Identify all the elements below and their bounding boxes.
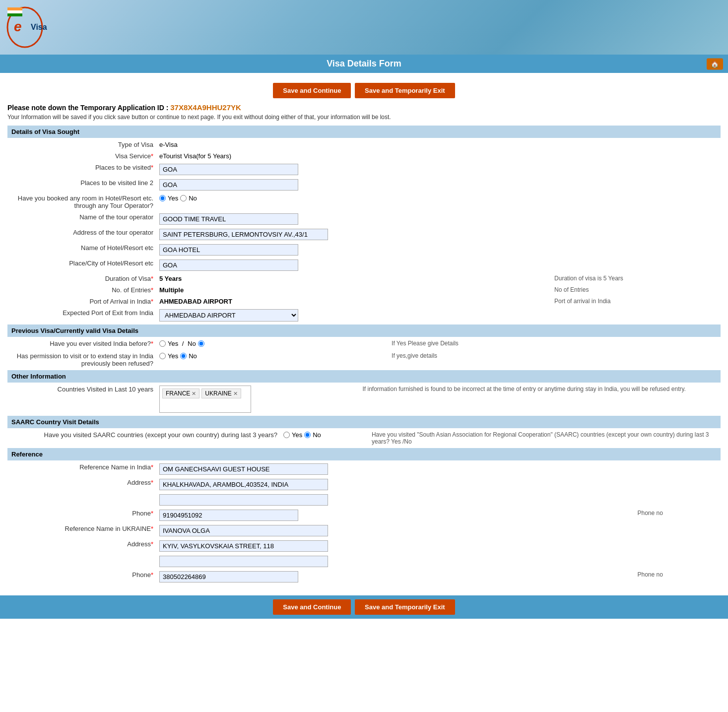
top-button-row: Save and Continue Save and Temporarily E… [7,83,721,98]
ukraine-remove-icon[interactable]: ✕ [233,390,238,397]
permission-yes-label: Yes [168,352,178,360]
table-row: No. of Entries* Multiple No of Entries [7,284,721,296]
ref-address4-input[interactable] [159,556,328,567]
hotel-city-input[interactable] [159,259,298,271]
reference-table: Reference Name in India* Address* Phone* [7,461,721,584]
table-row: Expected Port of Exit from India AHMEDAB… [7,307,721,324]
page-title: Visa Details Form [327,59,401,68]
bottom-button-bar: Save and Continue Save and Temporarily E… [0,595,728,619]
port-arrival-info: Port of arrival in India [551,296,721,307]
table-row: Has permission to visit or to extend sta… [7,350,721,369]
table-row: Address of the tour operator [7,227,721,242]
saarc-info: Have you visited "South Asian Associatio… [369,429,721,447]
phone-info: Phone no [634,508,721,523]
tour-operator-name-input[interactable] [159,213,298,225]
header-banner: e Visa [0,0,728,55]
saarc-question-label: Have you visited SAARC countries (except… [7,429,280,447]
table-row: Type of Visa e-Visa [7,139,721,150]
visited-india-yes-label: Yes [168,340,178,347]
visited-india-yes-radio[interactable] [159,340,166,347]
table-row: Phone* Phone no [7,508,721,523]
table-row: Have you visited SAARC countries (except… [7,429,721,447]
home-button[interactable]: 🏠 [707,58,723,69]
section-visa-sought-header: Details of Visa Sought [7,126,721,138]
hotel-booked-yes-radio[interactable] [159,195,166,201]
permission-refused-label: Has permission to visit or to extend sta… [7,350,156,369]
saarc-no-radio[interactable] [304,432,311,438]
port-arrival-value: AHMEDABAD AIRPORT [156,296,551,307]
hotel-booked-yes-label: Yes [168,194,178,202]
tour-operator-name-label: Name of the tour operator [7,211,156,227]
bottom-save-continue-button[interactable]: Save and Continue [273,599,351,615]
countries-box[interactable]: FRANCE ✕ UKRAINE ✕ [159,386,251,413]
ref-phone-input[interactable] [159,510,298,521]
places-visited-line2-input[interactable] [159,179,298,191]
top-save-continue-button[interactable]: Save and Continue [273,83,351,98]
table-row: Phone* Phone no [7,569,721,584]
visa-sought-table: Type of Visa e-Visa Visa Service* eTouri… [7,139,721,324]
info-text: Your Information will be saved if you cl… [7,114,721,121]
table-row: Have you ever visited India before?* Yes… [7,338,721,350]
app-id-line: Please note down the Temporary Applicati… [7,103,721,112]
visited-india-no-label: No [188,340,196,347]
table-row: Visa Service* eTourist Visa(for 5 Years) [7,150,721,162]
port-exit-select[interactable]: AHMEDABAD AIRPORT [159,309,298,322]
section-saarc-header: SAARC Country Visit Details [7,416,721,428]
svg-rect-3 [7,7,22,10]
permission-refused-radio-group: Yes No [159,352,197,360]
table-row: Place/City of Hotel/Resort etc [7,258,721,273]
table-row: Address* [7,538,721,554]
evisa-logo: e Visa [5,2,65,52]
visa-service-value: eTourist Visa(for 5 Years) [156,150,551,162]
svg-rect-5 [7,13,22,16]
table-row: Duration of Visa* 5 Years Duration of vi… [7,273,721,284]
prev-visa-table: Have you ever visited India before?* Yes… [7,338,721,369]
duration-value: 5 Years [156,273,551,284]
ref-address3-input[interactable] [159,540,328,552]
countries-label: Countries Visited in Last 10 years [7,384,156,415]
country-tag-ukraine: UKRAINE ✕ [201,388,241,398]
permission-no-radio[interactable] [180,353,187,359]
ref-phone2-input[interactable] [159,571,298,583]
countries-info: If information furnished is found to be … [359,384,721,415]
type-of-visa-value: e-Visa [156,139,551,150]
ref-name-ukraine-input[interactable] [159,525,328,536]
saarc-table: Have you visited SAARC countries (except… [7,429,721,447]
section-other-info-header: Other Information [7,370,721,383]
ref-address2-input[interactable] [159,494,328,506]
type-of-visa-label: Type of Visa [7,139,156,150]
permission-no-label: No [189,352,197,360]
places-visited-input[interactable] [159,164,298,175]
ref-address1-input[interactable] [159,479,328,490]
tour-operator-address-input[interactable] [159,229,328,240]
home-icon: 🏠 [711,60,719,67]
section-prev-visa-header: Previous Visa/Currently valid Visa Detai… [7,324,721,337]
visited-india-no-radio[interactable] [198,340,204,347]
tour-operator-address-label: Address of the tour operator [7,227,156,242]
entries-info: No of Entries [551,284,721,296]
table-row [7,554,721,569]
main-content: Save and Continue Save and Temporarily E… [0,73,728,590]
table-row: Places to be visited line 2 [7,177,721,193]
app-id-label: Please note down the Temporary Applicati… [7,104,168,112]
ref-name-india-input[interactable] [159,463,328,475]
table-row: Countries Visited in Last 10 years FRANC… [7,384,721,415]
bottom-save-exit-button[interactable]: Save and Temporarily Exit [355,599,455,615]
table-row: Reference Name in India* [7,461,721,477]
section-reference-header: Reference [7,448,721,460]
places-line2-label: Places to be visited line 2 [7,177,156,193]
saarc-yes-radio[interactable] [283,432,290,438]
svg-rect-4 [7,10,22,13]
duration-info: Duration of visa is 5 Years [551,273,721,284]
hotel-name-input[interactable] [159,244,298,256]
france-remove-icon[interactable]: ✕ [192,390,196,397]
visited-india-radio-group: Yes / No [159,340,204,347]
table-row: Have you booked any room in Hotel/Resort… [7,193,721,211]
table-row: Port of Arrival in India* AHMEDABAD AIRP… [7,296,721,307]
hotel-booked-no-radio[interactable] [180,195,187,201]
table-row: Address* [7,477,721,492]
svg-text:e: e [14,19,22,34]
top-save-exit-button[interactable]: Save and Temporarily Exit [355,83,455,98]
visited-india-info: If Yes Please give Details [389,338,721,350]
permission-yes-radio[interactable] [159,353,166,359]
